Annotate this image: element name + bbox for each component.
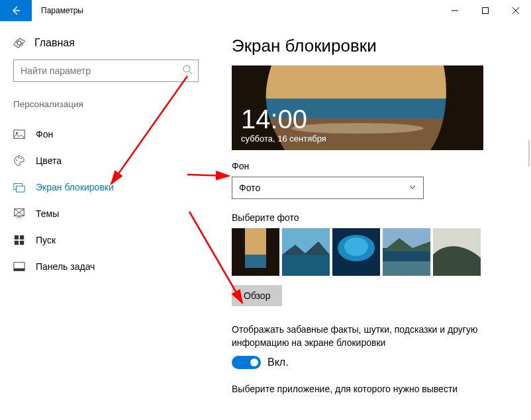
titlebar: Параметры bbox=[0, 0, 531, 21]
page-title: Экран блокировки bbox=[232, 36, 522, 56]
svg-point-5 bbox=[18, 157, 19, 159]
start-icon bbox=[13, 234, 25, 246]
svg-rect-11 bbox=[20, 235, 24, 239]
sidebar-item-background[interactable]: Фон bbox=[13, 121, 199, 147]
thumb-5[interactable] bbox=[433, 228, 481, 276]
back-button[interactable] bbox=[0, 0, 32, 21]
sidebar-item-colors[interactable]: Цвета bbox=[13, 147, 199, 174]
svg-rect-12 bbox=[15, 241, 19, 245]
sidebar-item-lockscreen[interactable]: Экран блокировки bbox=[13, 174, 199, 200]
facts-label: Отображать забавные факты, шутки, подска… bbox=[232, 323, 497, 349]
chevron-down-icon bbox=[409, 183, 416, 193]
lockscreen-preview: 14:00 суббота, 16 сентября bbox=[232, 65, 483, 150]
svg-rect-8 bbox=[17, 186, 25, 192]
search-icon bbox=[182, 64, 193, 77]
sidebar-item-themes[interactable]: Темы bbox=[13, 200, 199, 227]
sidebar-item-label: Темы bbox=[36, 208, 59, 219]
window-title: Параметры bbox=[32, 0, 440, 21]
sidebar-item-label: Пуск bbox=[36, 235, 56, 245]
sidebar-item-label: Цвета bbox=[36, 155, 62, 166]
thumb-3[interactable] bbox=[332, 228, 380, 276]
thumb-2[interactable] bbox=[282, 228, 330, 276]
maximize-button[interactable] bbox=[470, 0, 501, 21]
palette-icon bbox=[13, 155, 25, 167]
minimize-button[interactable] bbox=[440, 0, 470, 21]
svg-rect-10 bbox=[15, 235, 19, 239]
thumb-1[interactable] bbox=[232, 228, 279, 276]
svg-rect-30 bbox=[383, 261, 430, 276]
svg-point-6 bbox=[21, 158, 22, 159]
preview-date: суббота, 16 сентября bbox=[241, 134, 326, 144]
home-label: Главная bbox=[34, 37, 75, 49]
background-label: Фон bbox=[232, 161, 522, 171]
toggle-state-label: Вкл. bbox=[267, 357, 289, 368]
thumb-4[interactable] bbox=[383, 228, 430, 276]
svg-point-1 bbox=[183, 65, 190, 72]
sidebar-item-taskbar[interactable]: Панель задач bbox=[13, 253, 199, 280]
svg-point-27 bbox=[344, 237, 368, 256]
sidebar: Главная Персонализация Фон Цвета Экран б… bbox=[0, 21, 212, 420]
taskbar-icon bbox=[13, 261, 25, 273]
svg-rect-24 bbox=[282, 255, 330, 276]
search-field[interactable] bbox=[21, 65, 182, 76]
picture-icon bbox=[13, 128, 25, 140]
sidebar-item-label: Панель задач bbox=[36, 261, 95, 272]
svg-point-4 bbox=[17, 159, 18, 161]
home-link[interactable]: Главная bbox=[13, 34, 199, 60]
main-panel: Экран блокировки 14:00 суббота, 16 сентя… bbox=[212, 21, 531, 420]
background-select[interactable]: Фото bbox=[232, 177, 424, 199]
app-select-label: Выберите приложение, для которого нужно … bbox=[232, 384, 522, 394]
section-label: Персонализация bbox=[13, 99, 199, 109]
sidebar-item-start[interactable]: Пуск bbox=[13, 227, 199, 253]
svg-rect-22 bbox=[245, 255, 266, 268]
sidebar-item-label: Фон bbox=[36, 129, 53, 140]
lockscreen-icon bbox=[13, 181, 25, 193]
background-value: Фото bbox=[239, 183, 260, 193]
gear-icon bbox=[13, 37, 25, 49]
svg-rect-0 bbox=[483, 8, 489, 14]
close-button[interactable] bbox=[501, 0, 531, 21]
photo-thumbnails bbox=[232, 228, 522, 276]
sidebar-item-label: Экран блокировки bbox=[36, 182, 114, 192]
facts-toggle[interactable] bbox=[232, 356, 261, 369]
scrollbar[interactable] bbox=[528, 140, 530, 167]
preview-time: 14:00 bbox=[241, 106, 326, 132]
search-input[interactable] bbox=[13, 60, 199, 82]
svg-rect-15 bbox=[14, 269, 24, 271]
svg-rect-13 bbox=[20, 241, 24, 245]
themes-icon bbox=[13, 208, 25, 220]
svg-point-3 bbox=[16, 132, 18, 134]
pick-photo-label: Выберите фото bbox=[232, 212, 522, 223]
browse-button[interactable]: Обзор bbox=[232, 285, 282, 306]
